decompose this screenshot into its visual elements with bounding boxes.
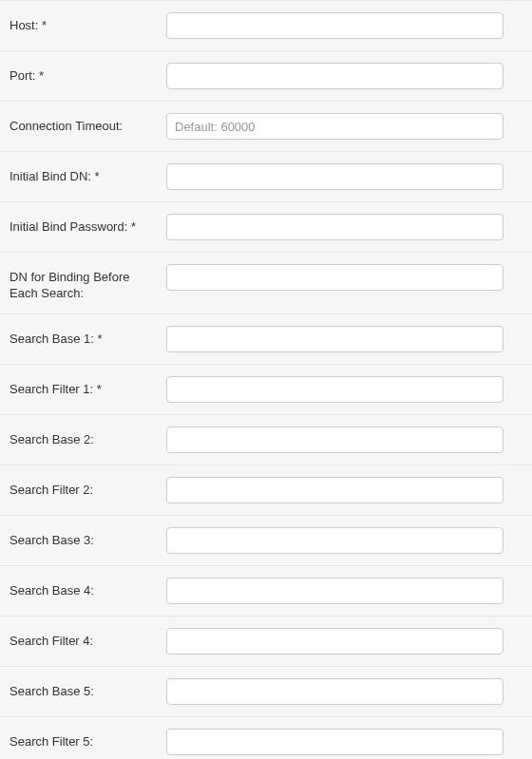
form-row-port: Port: * bbox=[0, 51, 532, 102]
port-input[interactable] bbox=[166, 63, 504, 89]
search-base-1-input[interactable] bbox=[166, 326, 504, 352]
form-row-search-base-3: Search Base 3: bbox=[0, 516, 532, 566]
form-row-search-filter-5: Search Filter 5: bbox=[0, 717, 532, 759]
search-filter-2-input[interactable] bbox=[166, 477, 504, 503]
initial-bind-dn-input[interactable] bbox=[166, 163, 504, 190]
input-wrap bbox=[166, 12, 522, 39]
input-wrap bbox=[166, 326, 522, 352]
dn-binding-before-search-input[interactable] bbox=[166, 264, 504, 291]
input-wrap bbox=[166, 527, 522, 554]
form-row-connection-timeout: Connection Timeout: bbox=[0, 102, 532, 152]
label-dn-binding-before-search: DN for Binding Before Each Search: bbox=[10, 264, 166, 302]
form-row-initial-bind-password: Initial Bind Password: * bbox=[0, 202, 532, 253]
label-connection-timeout: Connection Timeout: bbox=[10, 113, 166, 135]
input-wrap bbox=[166, 427, 522, 453]
search-base-2-input[interactable] bbox=[166, 427, 504, 453]
search-base-3-input[interactable] bbox=[166, 527, 504, 554]
form-row-search-filter-4: Search Filter 4: bbox=[0, 617, 532, 667]
label-search-base-3: Search Base 3: bbox=[10, 527, 166, 549]
input-wrap bbox=[166, 578, 522, 604]
form-row-search-base-2: Search Base 2: bbox=[0, 415, 532, 465]
search-filter-4-input[interactable] bbox=[166, 628, 504, 655]
input-wrap bbox=[166, 163, 522, 190]
form-row-dn-binding-before-search: DN for Binding Before Each Search: bbox=[0, 253, 532, 314]
search-filter-5-input[interactable] bbox=[166, 729, 504, 755]
form-row-initial-bind-dn: Initial Bind DN: * bbox=[0, 152, 532, 202]
input-wrap bbox=[166, 628, 522, 655]
label-search-filter-4: Search Filter 4: bbox=[10, 628, 166, 650]
label-host: Host: * bbox=[10, 12, 166, 34]
form-row-search-base-1: Search Base 1: * bbox=[0, 314, 532, 365]
label-search-base-2: Search Base 2: bbox=[10, 427, 166, 448]
input-wrap bbox=[166, 63, 522, 89]
label-initial-bind-dn: Initial Bind DN: * bbox=[10, 163, 166, 185]
label-port: Port: * bbox=[10, 63, 166, 85]
search-filter-1-input[interactable] bbox=[166, 376, 504, 403]
label-search-base-4: Search Base 4: bbox=[10, 578, 166, 599]
form-row-host: Host: * bbox=[0, 0, 532, 51]
label-search-filter-1: Search Filter 1: * bbox=[10, 376, 166, 398]
input-wrap bbox=[166, 376, 522, 403]
input-wrap bbox=[166, 729, 522, 755]
label-search-base-1: Search Base 1: * bbox=[10, 326, 166, 348]
search-base-5-input[interactable] bbox=[166, 678, 504, 705]
form-row-search-base-5: Search Base 5: bbox=[0, 667, 532, 717]
label-initial-bind-password: Initial Bind Password: * bbox=[10, 214, 166, 236]
host-input[interactable] bbox=[166, 12, 504, 39]
input-wrap bbox=[166, 678, 522, 705]
input-wrap bbox=[166, 214, 522, 240]
connection-timeout-input[interactable] bbox=[166, 113, 504, 140]
input-wrap bbox=[166, 264, 522, 291]
input-wrap bbox=[166, 477, 522, 503]
label-search-base-5: Search Base 5: bbox=[10, 678, 166, 700]
config-form: Host: * Port: * Connection Timeout: Init… bbox=[0, 0, 532, 759]
form-row-search-base-4: Search Base 4: bbox=[0, 566, 532, 617]
form-row-search-filter-1: Search Filter 1: * bbox=[0, 365, 532, 415]
label-search-filter-2: Search Filter 2: bbox=[10, 477, 166, 499]
search-base-4-input[interactable] bbox=[166, 578, 504, 604]
initial-bind-password-input[interactable] bbox=[166, 214, 504, 240]
form-row-search-filter-2: Search Filter 2: bbox=[0, 465, 532, 516]
label-search-filter-5: Search Filter 5: bbox=[10, 729, 166, 750]
input-wrap bbox=[166, 113, 522, 140]
